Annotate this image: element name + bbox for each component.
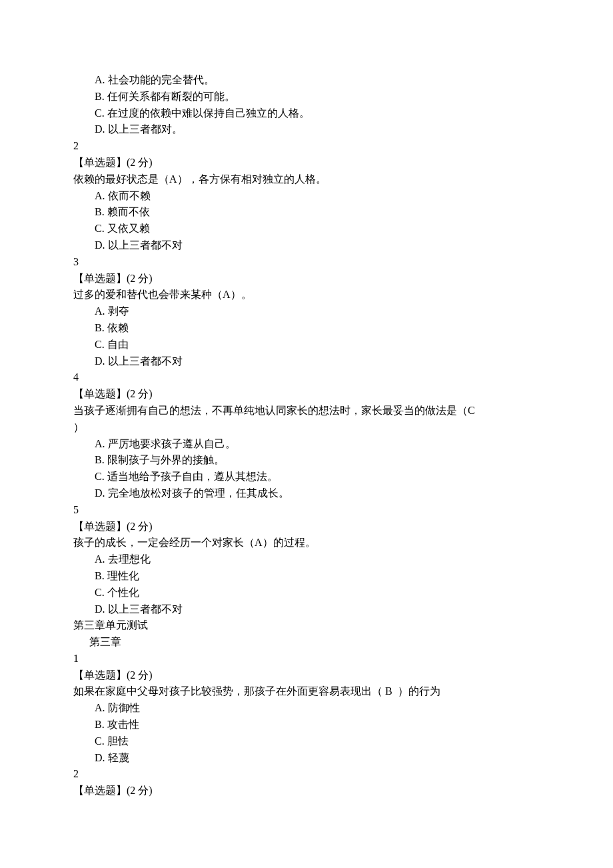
text-line: A. 剥夺 [73,303,540,320]
text-line: 1 [73,651,540,667]
text-line: 孩子的成长，一定会经历一个对家长（A）的过程。 [73,535,540,551]
text-line: C. 自由 [73,337,540,353]
text-line: A. 依而不赖 [73,188,540,205]
text-line: 如果在家庭中父母对孩子比较强势，那孩子在外面更容易表现出（ B ）的行为 [73,683,540,700]
text-line: 3 [73,254,540,271]
text-line: 【单选题】(2 分) [73,667,540,684]
text-line: 第三章单元测试 [73,617,540,634]
text-line: 4 [73,369,540,386]
document-page: A. 社会功能的完全替代。B. 任何关系都有断裂的可能。C. 在过度的依赖中难以… [0,0,613,868]
text-line: D. 以上三者都不对 [73,601,540,618]
text-line: 当孩子逐渐拥有自己的想法，不再单纯地认同家长的想法时，家长最妥当的做法是（C [73,403,540,419]
text-line: 过多的爱和替代也会带来某种（A）。 [73,287,540,303]
text-line: 2 [73,138,540,155]
text-line: C. 胆怯 [73,733,540,750]
text-line: B. 理性化 [73,568,540,585]
text-line: D. 以上三者都不对 [73,353,540,370]
text-line: C. 个性化 [73,585,540,601]
text-line: D. 轻蔑 [73,750,540,767]
text-line: 【单选题】(2 分) [73,519,540,535]
text-line: A. 社会功能的完全替代。 [73,72,540,89]
text-line: ） [73,419,540,436]
text-line: D. 完全地放松对孩子的管理，任其成长。 [73,485,540,502]
text-line: C. 又依又赖 [73,221,540,237]
text-line: A. 严厉地要求孩子遵从自己。 [73,436,540,453]
text-line: A. 去理想化 [73,551,540,568]
text-line: 【单选题】(2 分) [73,155,540,171]
text-line: B. 限制孩子与外界的接触。 [73,452,540,469]
text-line: C. 适当地给予孩子自由，遵从其想法。 [73,469,540,485]
text-line: B. 攻击性 [73,717,540,733]
text-line: A. 防御性 [73,700,540,717]
text-line: D. 以上三者都不对 [73,237,540,254]
text-line: 第三章 [73,634,540,651]
text-line: 依赖的最好状态是（A），各方保有相对独立的人格。 [73,171,540,188]
text-line: 【单选题】(2 分) [73,783,540,799]
text-line: 5 [73,502,540,519]
text-line: 2 [73,766,540,783]
text-line: B. 任何关系都有断裂的可能。 [73,89,540,105]
text-line: 【单选题】(2 分) [73,271,540,287]
document-body: A. 社会功能的完全替代。B. 任何关系都有断裂的可能。C. 在过度的依赖中难以… [73,72,540,799]
text-line: 【单选题】(2 分) [73,386,540,403]
text-line: D. 以上三者都对。 [73,121,540,138]
text-line: B. 依赖 [73,320,540,337]
text-line: B. 赖而不依 [73,204,540,221]
text-line: C. 在过度的依赖中难以保持自己独立的人格。 [73,105,540,122]
